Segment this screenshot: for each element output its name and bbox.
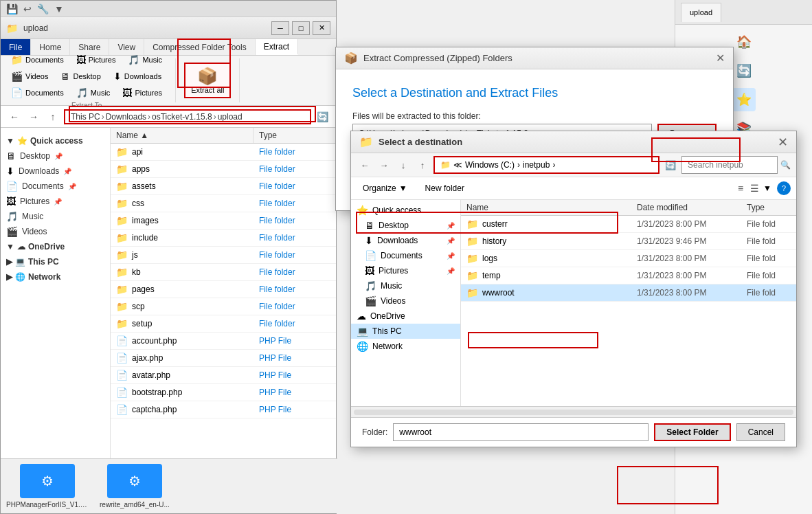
table-row[interactable]: 📄ajax.php PHP File — [111, 350, 336, 367]
star-icon[interactable]: ⭐ — [732, 88, 756, 111]
table-row[interactable]: 📁include File folder — [111, 230, 336, 247]
refresh-button[interactable]: 🔄 — [314, 109, 330, 125]
sidebar-onedrive-header[interactable]: ▼ ☁ OneDrive — [1, 239, 110, 254]
sidebar-thispc-header[interactable]: ▶ 💻 This PC — [1, 254, 110, 269]
dest-dialog-close-button[interactable]: ✕ — [778, 135, 788, 150]
folder-icon: 📁 — [116, 215, 128, 226]
dest-name-col-header[interactable]: Name — [461, 200, 631, 215]
select-folder-button[interactable]: Select Folder — [654, 423, 730, 441]
help-button[interactable]: ? — [777, 181, 791, 195]
dest-sidebar-desktop[interactable]: 🖥 Desktop 📌 — [351, 218, 460, 233]
table-row[interactable]: 📁assets File folder — [111, 178, 336, 195]
window-title: upload — [23, 23, 266, 33]
dest-hscroll-track[interactable] — [354, 410, 793, 415]
documents-btn[interactable]: 📁Documents — [6, 52, 69, 67]
folder-name-input[interactable] — [393, 423, 649, 441]
properties-icon[interactable]: 🔧 — [37, 3, 49, 14]
desktop-btn[interactable]: 🖥Desktop — [56, 69, 105, 84]
list-view-icon[interactable]: ≡ — [735, 181, 746, 195]
sidebar-network-header[interactable]: ▶ 🌐 Network — [1, 269, 110, 284]
undo-icon[interactable]: ↩ — [23, 3, 32, 14]
taskbar-item-2[interactable]: ⚙ rewrite_amd64_en-U... — [100, 464, 170, 509]
extract-dialog-close-button[interactable]: ✕ — [716, 52, 725, 65]
documents2-btn[interactable]: 📄Documents — [6, 85, 69, 100]
dest-back-button[interactable]: ← — [357, 157, 373, 173]
table-row[interactable]: 📁api File folder — [111, 144, 336, 161]
table-row[interactable]: 📁scp File folder — [111, 298, 336, 315]
dest-refresh-button[interactable]: 🔄 — [662, 157, 679, 173]
dest-table-row[interactable]: 📁custerr 1/31/2023 8:00 PM File fold — [461, 216, 796, 233]
table-row[interactable]: 📁kb File folder — [111, 264, 336, 281]
refresh-icon[interactable]: 🔄 — [732, 59, 756, 82]
dest-address-bar[interactable]: 📁 ≪ Windows (C:) › inetpub › — [433, 156, 659, 174]
sidebar-item-downloads[interactable]: ⬇ Downloads 📌 — [1, 164, 110, 179]
up-button[interactable]: ↑ — [45, 109, 61, 125]
dest-table-row[interactable]: 📁history 1/31/2023 9:46 PM File fold — [461, 233, 796, 250]
back-button[interactable]: ← — [6, 109, 23, 125]
dest-date-col-header[interactable]: Date modified — [631, 200, 741, 215]
table-row[interactable]: 📄account.php PHP File — [111, 333, 336, 350]
dest-table-row[interactable]: 📁temp 1/31/2023 8:00 PM File fold — [461, 267, 796, 284]
dest-sidebar-music[interactable]: 🎵 Music — [351, 278, 460, 293]
forward-button[interactable]: → — [25, 109, 42, 125]
sidebar-item-documents[interactable]: 📄 Documents 📌 — [1, 179, 110, 194]
close-button[interactable]: ✕ — [313, 21, 330, 35]
sidebar-quick-access-header[interactable]: ▼ ⭐ Quick access — [1, 133, 110, 148]
new-folder-button[interactable]: New folder — [419, 180, 471, 197]
dest-sidebar-network[interactable]: 🌐 Network — [351, 339, 460, 354]
sidebar-item-videos[interactable]: 🎬 Videos — [1, 224, 110, 239]
dest-search-input[interactable] — [681, 156, 778, 174]
dest-sidebar-quick-access[interactable]: ⭐ Quick access — [351, 203, 460, 218]
table-row[interactable]: 📁css File folder — [111, 195, 336, 212]
pics-icon: 🖼 — [365, 265, 374, 276]
edge-tab[interactable]: upload — [681, 3, 721, 22]
details-view-icon[interactable]: ☰ — [747, 181, 762, 195]
dest-sidebar-pictures[interactable]: 🖼 Pictures 📌 — [351, 263, 460, 278]
dest-sidebar-thispc[interactable]: 💻 This PC — [351, 324, 460, 339]
table-row[interactable]: 📁pages File folder — [111, 281, 336, 298]
music-btn[interactable]: 🎵Music — [123, 52, 167, 67]
music2-btn[interactable]: 🎵Music — [71, 85, 115, 100]
dest-sidebar-onedrive[interactable]: ☁ OneDrive — [351, 309, 460, 324]
type-column-header[interactable]: Type — [253, 128, 336, 143]
table-row[interactable]: 📄avatar.php PHP File — [111, 367, 336, 384]
dest-table-row[interactable]: 📁logs 1/31/2023 8:00 PM File fold — [461, 250, 796, 267]
address-path[interactable]: This PC › Downloads › osTicket-v1.15.8 ›… — [64, 109, 311, 124]
save-icon[interactable]: 💾 — [6, 3, 18, 14]
minimize-button[interactable]: ─ — [271, 21, 289, 35]
dest-sidebar-documents[interactable]: 📄 Documents 📌 — [351, 248, 460, 263]
pictures-btn[interactable]: 🖼Pictures — [71, 52, 121, 67]
table-row[interactable]: 📁apps File folder — [111, 161, 336, 178]
name-column-header[interactable]: Name ▲ — [111, 128, 253, 143]
organize-button[interactable]: Organize ▼ — [357, 180, 414, 197]
maximize-button[interactable]: □ — [292, 21, 310, 35]
extract-all-button[interactable]: 📦 Extract all — [184, 63, 231, 98]
sidebar-item-desktop[interactable]: 🖥 Desktop 📌 — [1, 148, 110, 164]
sidebar-item-music[interactable]: 🎵 Music — [1, 209, 110, 224]
downloads-btn[interactable]: ⬇Downloads — [109, 69, 166, 84]
desktop-icon: 🖥 — [365, 220, 374, 231]
home-icon[interactable]: 🏠 — [732, 30, 756, 54]
dest-table-row-wwwroot[interactable]: 📁wwwroot 1/31/2023 8:00 PM File fold — [461, 284, 796, 302]
view-dropdown-icon[interactable]: ▼ — [763, 183, 771, 193]
table-row[interactable]: 📁js File folder — [111, 247, 336, 264]
table-row[interactable]: 📄bootstrap.php PHP File — [111, 384, 336, 401]
table-row[interactable]: 📁images File folder — [111, 212, 336, 230]
dest-up-button[interactable]: ↑ — [414, 157, 431, 173]
table-row[interactable]: 📁setup File folder — [111, 315, 336, 333]
dest-forward-button[interactable]: → — [376, 157, 392, 173]
select-destination-dialog: 📁 Select a destination ✕ ← → ↓ ↑ 📁 ≪ Win… — [350, 131, 797, 447]
sidebar-item-pictures[interactable]: 🖼 Pictures 📌 — [1, 194, 110, 209]
tab-extract[interactable]: Extract — [256, 39, 298, 55]
dropdown-icon[interactable]: ▼ — [54, 3, 64, 14]
dest-type-col-header[interactable]: Type — [741, 200, 796, 215]
dest-down-button[interactable]: ↓ — [395, 157, 411, 173]
dest-dialog-titlebar: 📁 Select a destination ✕ — [351, 131, 796, 153]
dest-cancel-button[interactable]: Cancel — [736, 423, 785, 441]
pictures2-btn[interactable]: 🖼Pictures — [117, 85, 167, 100]
videos-btn[interactable]: 🎬Videos — [6, 69, 53, 84]
dest-sidebar-downloads[interactable]: ⬇ Downloads 📌 — [351, 233, 460, 248]
table-row[interactable]: 📄captcha.php PHP File — [111, 401, 336, 418]
taskbar-item-1[interactable]: ⚙ PHPManagerForIIS_V1.5.0.msi — [6, 464, 89, 509]
dest-sidebar-videos[interactable]: 🎬 Videos — [351, 293, 460, 309]
